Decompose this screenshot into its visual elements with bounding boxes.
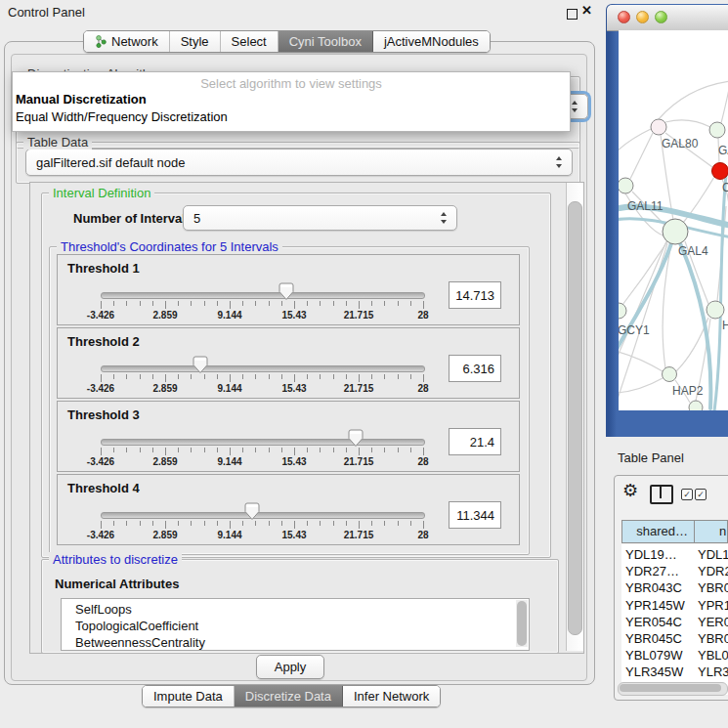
slider-tick bbox=[307, 448, 308, 452]
split-view-icon[interactable] bbox=[650, 485, 673, 504]
table-cell: YPR145W bbox=[625, 598, 685, 613]
attribute-list-item[interactable]: TopologicalCoefficient bbox=[75, 619, 198, 635]
threshold-panel: Threshold 3-3.4262.8599.14415.4321.71528… bbox=[57, 401, 520, 472]
network-node[interactable] bbox=[619, 303, 626, 319]
tab-discretize-data[interactable]: Discretize Data bbox=[235, 686, 343, 707]
panel-title: Control Panel bbox=[8, 5, 85, 20]
slider-tick bbox=[333, 521, 334, 526]
slider-tick-label: 9.144 bbox=[217, 383, 241, 394]
slider-tick bbox=[384, 301, 385, 306]
tab-cyni-toolbox[interactable]: Cyni Toolbox bbox=[278, 31, 373, 52]
slider-tick bbox=[281, 301, 282, 306]
slider-tick-label: 28 bbox=[417, 456, 428, 467]
traffic-light-zoom-icon[interactable] bbox=[655, 11, 667, 23]
table-column-header[interactable]: shared… bbox=[621, 520, 695, 543]
network-node-label: GAL11 bbox=[627, 199, 664, 213]
traffic-light-minimize-icon[interactable] bbox=[636, 11, 649, 23]
horizontal-scrollbar[interactable] bbox=[618, 682, 728, 696]
num-intervals-combobox[interactable]: 5 bbox=[183, 205, 457, 231]
slider-thumb[interactable] bbox=[278, 282, 294, 301]
slider-tick-label: 15.43 bbox=[281, 310, 306, 321]
threshold-value-field[interactable]: 6.316 bbox=[449, 355, 501, 382]
slider-thumb[interactable] bbox=[348, 429, 364, 448]
tab-select[interactable]: Select bbox=[221, 31, 278, 52]
network-node[interactable] bbox=[712, 163, 728, 180]
table-row[interactable]: YPR145WYPR1 bbox=[621, 597, 728, 614]
slider-tick-label: 15.43 bbox=[281, 530, 306, 540]
table-cell: YER0 bbox=[698, 615, 728, 629]
slider-tick bbox=[191, 521, 192, 526]
slider-thumb[interactable] bbox=[193, 356, 208, 374]
threshold-value-field[interactable]: 21.4 bbox=[449, 428, 501, 455]
slider-tick bbox=[165, 521, 166, 529]
checkbox-icon[interactable]: ✓ bbox=[695, 489, 707, 500]
network-node[interactable] bbox=[707, 301, 724, 319]
vertical-scrollbar-thumb[interactable] bbox=[568, 201, 582, 635]
table-data-combobox-value: galFiltered.sif default node bbox=[36, 155, 185, 170]
slider-tick bbox=[255, 374, 256, 379]
slider-tick bbox=[307, 301, 308, 306]
table-row[interactable]: YDL19…YDL1 bbox=[621, 546, 728, 563]
algorithm-popup-item[interactable]: Manual Discretization bbox=[16, 92, 147, 107]
slider-tick bbox=[281, 448, 282, 452]
network-icon bbox=[95, 35, 107, 48]
network-node[interactable] bbox=[709, 122, 725, 138]
tab-label: Network bbox=[111, 34, 158, 49]
threshold-label: Threshold 4 bbox=[67, 481, 140, 495]
threshold-value-field[interactable]: 11.344 bbox=[449, 501, 501, 529]
table-row[interactable]: YDR27…YDR2 bbox=[621, 563, 728, 579]
algorithm-popup-item[interactable]: Equal Width/Frequency Discretization bbox=[16, 109, 228, 124]
checkbox-icon[interactable]: ✓ bbox=[681, 489, 693, 500]
slider-tick bbox=[178, 301, 179, 306]
table-row[interactable]: YBL079WYBL0 bbox=[621, 647, 728, 664]
tab-network[interactable]: Network bbox=[84, 31, 170, 52]
gear-icon[interactable]: ⚙ bbox=[622, 480, 638, 501]
table-rows: YDL19…YDL1YDR27…YDR2YBR043CYBR0YPR145WYP… bbox=[621, 544, 728, 695]
float-window-icon[interactable] bbox=[567, 9, 578, 20]
slider-tick bbox=[165, 448, 166, 455]
tab-impute-data[interactable]: Impute Data bbox=[143, 686, 235, 707]
network-node[interactable] bbox=[619, 178, 633, 193]
horizontal-scrollbar-thumb[interactable] bbox=[620, 684, 721, 692]
table-data-combobox[interactable]: galFiltered.sif default node bbox=[25, 149, 573, 176]
slider-tick bbox=[320, 374, 321, 379]
slider-track[interactable] bbox=[101, 365, 425, 372]
traffic-light-close-icon[interactable] bbox=[618, 11, 630, 23]
list-scrollbar-thumb[interactable] bbox=[517, 601, 527, 646]
network-node[interactable] bbox=[663, 219, 688, 244]
close-icon[interactable]: ✕ bbox=[581, 3, 592, 18]
slider-track[interactable] bbox=[101, 512, 425, 519]
slider-tick-label: 21.715 bbox=[344, 310, 374, 321]
slider-track[interactable] bbox=[101, 439, 425, 446]
slider-tick bbox=[230, 301, 231, 309]
slider-tick-label: 9.144 bbox=[217, 456, 241, 467]
network-canvas[interactable]: GAL80GACGAL11GAL4GCY1HHAP2 bbox=[619, 30, 728, 410]
tab-infer-network[interactable]: Infer Network bbox=[343, 686, 440, 707]
network-edge bbox=[721, 89, 728, 123]
table-column-header[interactable]: n bbox=[694, 520, 728, 543]
attribute-list-item[interactable]: SelfLoops bbox=[75, 602, 132, 619]
slider-tick bbox=[423, 374, 424, 382]
threshold-value-field[interactable]: 14.713 bbox=[449, 281, 501, 309]
tab-style[interactable]: Style bbox=[170, 31, 221, 52]
table-row[interactable]: YBR045CYBR0 bbox=[621, 630, 728, 647]
slider-tick-label: 2.859 bbox=[152, 456, 177, 467]
list-scrollbar[interactable] bbox=[516, 600, 528, 647]
slider-tick-label: 28 bbox=[417, 310, 428, 321]
apply-button[interactable]: Apply bbox=[256, 655, 324, 679]
slider-tick bbox=[217, 374, 218, 379]
threshold-panel: Threshold 1-3.4262.8599.14415.4321.71528… bbox=[57, 254, 520, 325]
network-node[interactable] bbox=[663, 367, 677, 382]
network-node[interactable] bbox=[689, 401, 703, 410]
slider-tick bbox=[423, 448, 424, 455]
network-node[interactable] bbox=[651, 119, 666, 135]
slider-track[interactable] bbox=[101, 292, 425, 299]
table-row[interactable]: YLR345WYLR3 bbox=[621, 664, 728, 680]
tab-label: Infer Network bbox=[354, 689, 429, 704]
attribute-list-item[interactable]: BetweennessCentrality bbox=[75, 635, 205, 651]
tab-jactivemnodules[interactable]: jActiveMNodules bbox=[373, 31, 490, 52]
slider-thumb[interactable] bbox=[244, 502, 260, 521]
table-row[interactable]: YBR043CYBR0 bbox=[621, 579, 728, 596]
table-row[interactable]: YER054CYER0 bbox=[621, 614, 728, 630]
slider-tick bbox=[269, 448, 270, 452]
